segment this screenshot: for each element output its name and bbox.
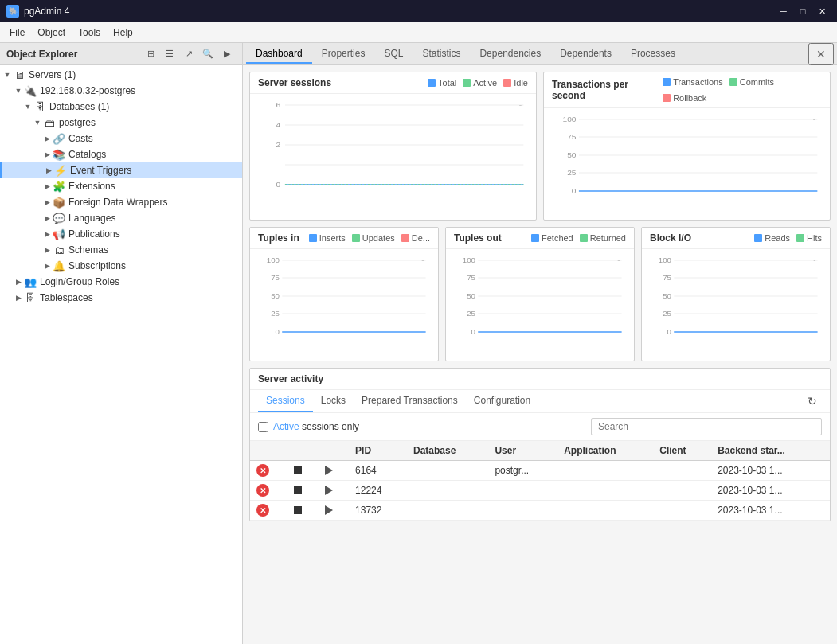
extensions-toggle[interactable]: ▶ xyxy=(41,181,53,192)
row3-play[interactable] xyxy=(319,501,349,521)
row1-play[interactable] xyxy=(319,461,349,481)
schemas-node[interactable]: ▶ 🗂 Schemas xyxy=(0,242,242,258)
publications-toggle[interactable]: ▶ xyxy=(41,228,53,240)
publications-node[interactable]: ▶ 📢 Publications xyxy=(0,226,242,242)
kill-button-3[interactable]: ✕ xyxy=(256,504,269,517)
stop-icon-1[interactable] xyxy=(294,466,302,474)
servers-node[interactable]: ▼ 🖥 Servers (1) xyxy=(0,67,242,83)
kill-button-2[interactable]: ✕ xyxy=(256,484,269,497)
query-button[interactable]: ▶ xyxy=(218,46,236,62)
tuples-out-chart: 100 75 50 25 0 - xyxy=(454,252,626,348)
row1-database xyxy=(407,461,488,481)
languages-node[interactable]: ▶ 💬 Languages xyxy=(0,210,242,226)
script-button[interactable]: ↗ xyxy=(180,46,198,62)
login-roles-label: Login/Group Roles xyxy=(40,276,119,287)
row1-kill[interactable]: ✕ xyxy=(250,461,287,481)
schemas-toggle[interactable]: ▶ xyxy=(41,244,53,256)
postgres-toggle[interactable]: ▼ xyxy=(32,117,43,128)
statistics-tab[interactable]: Statistics xyxy=(413,45,470,64)
prepared-transactions-tab[interactable]: Prepared Transactions xyxy=(354,390,466,412)
casts-node[interactable]: ▶ 🔗 Casts xyxy=(0,131,242,146)
properties-tab[interactable]: Properties xyxy=(312,45,375,64)
dependents-tab[interactable]: Dependents xyxy=(550,45,621,64)
postgres-label: postgres xyxy=(59,117,96,128)
row3-kill[interactable]: ✕ xyxy=(250,501,287,521)
svg-text:0: 0 xyxy=(276,181,281,189)
svg-text:4: 4 xyxy=(276,121,281,129)
block-io-header: Block I/O Reads Hits xyxy=(642,228,830,249)
tablespaces-toggle[interactable]: ▶ xyxy=(13,292,24,303)
servers-toggle[interactable]: ▼ xyxy=(2,69,13,80)
activity-toolbar: Active sessions only xyxy=(250,413,830,441)
extensions-node[interactable]: ▶ 🧩 Extensions xyxy=(0,178,242,194)
tools-menu[interactable]: Tools xyxy=(72,25,107,41)
databases-toggle[interactable]: ▼ xyxy=(22,101,33,112)
close-button[interactable]: ✕ xyxy=(813,4,831,18)
col-action1 xyxy=(250,441,287,461)
svg-text:0: 0 xyxy=(667,328,671,336)
sessions-tab[interactable]: Sessions xyxy=(258,390,313,412)
title-bar-controls[interactable]: ─ □ ✕ xyxy=(775,4,831,18)
event-triggers-toggle[interactable]: ▶ xyxy=(43,165,54,176)
event-triggers-node[interactable]: ▶ ⚡ Event Triggers xyxy=(0,162,242,178)
row2-play[interactable] xyxy=(319,481,349,501)
search-input[interactable] xyxy=(591,418,822,435)
help-menu[interactable]: Help xyxy=(107,25,139,41)
svg-text:-: - xyxy=(617,256,620,264)
catalogs-toggle[interactable]: ▶ xyxy=(41,149,53,160)
active-highlight: Active xyxy=(273,421,299,432)
row2-kill[interactable]: ✕ xyxy=(250,481,287,501)
fdw-toggle[interactable]: ▶ xyxy=(41,197,53,208)
server-node[interactable]: ▼ 🔌 192.168.0.32-postgres xyxy=(0,83,242,99)
row1-stop[interactable] xyxy=(287,461,318,481)
dependencies-tab[interactable]: Dependencies xyxy=(470,45,550,64)
login-roles-icon: 👥 xyxy=(24,275,37,288)
play-icon-3[interactable] xyxy=(325,505,333,515)
table-row: ✕ 6164 postgr... 2023-10-03 1... xyxy=(250,461,830,481)
refresh-activity-button[interactable]: ↻ xyxy=(803,392,822,411)
catalogs-node[interactable]: ▶ 📚 Catalogs xyxy=(0,146,242,162)
locks-tab[interactable]: Locks xyxy=(313,390,354,412)
close-panel-button[interactable]: ✕ xyxy=(808,43,834,65)
dashboard-tab[interactable]: Dashboard xyxy=(246,45,312,64)
server-toggle[interactable]: ▼ xyxy=(13,85,24,96)
active-sessions-checkbox[interactable] xyxy=(258,422,268,432)
databases-label: Databases (1) xyxy=(49,101,109,112)
svg-text:-: - xyxy=(813,115,815,123)
subscriptions-toggle[interactable]: ▶ xyxy=(41,260,53,271)
main-tabs: Dashboard Properties SQL Statistics Depe… xyxy=(246,45,685,64)
row3-stop[interactable] xyxy=(287,501,318,521)
row1-backend: 2023-10-03 1... xyxy=(711,461,830,481)
play-icon-2[interactable] xyxy=(325,486,333,495)
kill-button-1[interactable]: ✕ xyxy=(256,464,269,477)
properties-button[interactable]: ☰ xyxy=(161,46,178,62)
play-icon-1[interactable] xyxy=(325,466,333,475)
stop-icon-2[interactable] xyxy=(294,486,302,494)
processes-tab[interactable]: Processes xyxy=(621,45,685,64)
file-menu[interactable]: File xyxy=(3,25,31,41)
maximize-button[interactable]: □ xyxy=(794,4,812,18)
object-menu[interactable]: Object xyxy=(31,25,72,41)
tablespaces-node[interactable]: ▶ 🗄 Tablespaces xyxy=(0,290,242,306)
login-roles-toggle[interactable]: ▶ xyxy=(13,276,24,287)
row2-stop[interactable] xyxy=(287,481,318,501)
login-roles-node[interactable]: ▶ 👥 Login/Group Roles xyxy=(0,274,242,290)
configuration-tab[interactable]: Configuration xyxy=(466,390,538,412)
search-tree-button[interactable]: 🔍 xyxy=(199,46,217,62)
postgres-db-node[interactable]: ▼ 🗃 postgres xyxy=(0,115,242,131)
languages-toggle[interactable]: ▶ xyxy=(41,213,53,224)
panel-title: Object Explorer xyxy=(6,49,77,60)
minimize-button[interactable]: ─ xyxy=(775,4,792,18)
active-sessions-only-label[interactable]: Active sessions only xyxy=(258,421,359,432)
casts-toggle[interactable]: ▶ xyxy=(41,133,53,144)
col-backend: Backend star... xyxy=(711,441,830,461)
view-menu-button[interactable]: ⊞ xyxy=(142,46,159,62)
subscriptions-node[interactable]: ▶ 🔔 Subscriptions xyxy=(0,258,242,274)
sql-tab[interactable]: SQL xyxy=(374,45,413,64)
title-bar: 🐘 pgAdmin 4 ─ □ ✕ xyxy=(0,0,837,22)
legend-inserts-dot xyxy=(309,234,317,242)
svg-text:0: 0 xyxy=(276,328,280,336)
fdw-node[interactable]: ▶ 📦 Foreign Data Wrappers xyxy=(0,194,242,210)
stop-icon-3[interactable] xyxy=(294,506,302,514)
databases-node[interactable]: ▼ 🗄 Databases (1) xyxy=(0,99,242,115)
